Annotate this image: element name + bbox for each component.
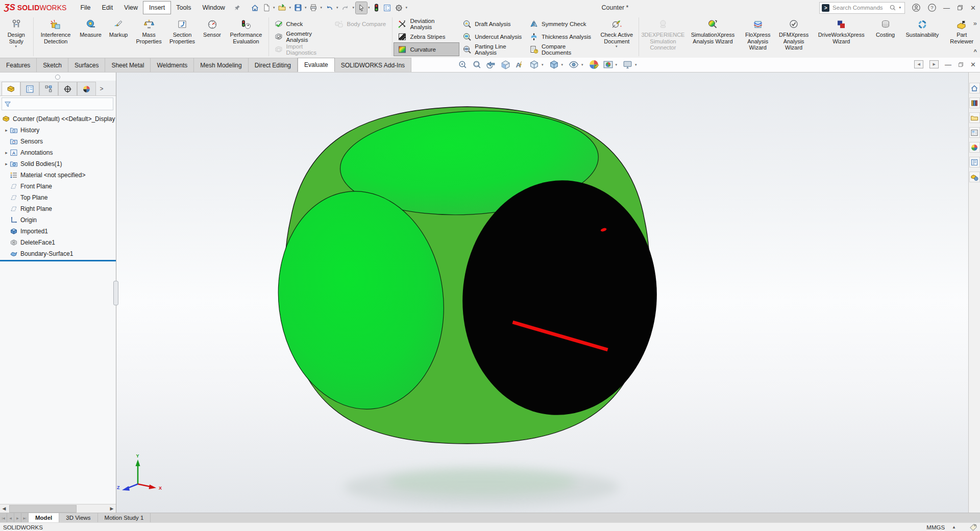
tree-root[interactable]: Counter (Default) <<Default>_Display (0, 113, 116, 125)
parting-line-analysis-button[interactable]: Parting Line Analysis (459, 43, 526, 56)
tree-item-top-plane[interactable]: Top Plane (0, 192, 116, 203)
zoom-area-icon[interactable] (472, 59, 482, 70)
section-view-icon[interactable] (500, 59, 511, 70)
simulationxpress-wizard-button[interactable]: SimulationXpress Analysis Wizard (686, 16, 740, 58)
panel-horizontal-scrollbar[interactable]: ◀ ▶ (0, 504, 116, 513)
document-restore-button[interactable] (958, 61, 964, 68)
tree-item-deleteface1[interactable]: DeleteFace1 (0, 237, 116, 248)
symmetry-check-button[interactable]: Symmetry Check (526, 17, 597, 30)
first-tab-button[interactable]: |◀ (0, 513, 7, 522)
tab-solidworks-add-ins[interactable]: SOLIDWORKS Add-Ins (335, 58, 411, 72)
tree-filter[interactable] (2, 98, 113, 110)
tab-motion-study-1[interactable]: Motion Study 1 (98, 513, 151, 522)
tree-item-origin[interactable]: Origin (0, 214, 116, 226)
dfmxpress-wizard-button[interactable]: DFMXpress Analysis Wizard (776, 16, 811, 58)
tag-icon[interactable] (969, 523, 977, 531)
tab-direct-editing[interactable]: Direct Editing (249, 58, 298, 72)
ribbon-overflow-button[interactable]: » (973, 19, 977, 27)
tree-item-boundary-surface1[interactable]: Boundary-Surface1 (0, 248, 116, 259)
tab-surfaces[interactable]: Surfaces (68, 58, 105, 72)
tab-model[interactable]: Model (29, 513, 59, 522)
options-gear-button[interactable] (393, 2, 405, 14)
help-icon[interactable]: ? (927, 3, 937, 12)
scrollbar-thumb[interactable] (9, 505, 77, 513)
undo-button[interactable] (324, 2, 335, 13)
next-document-button[interactable]: ▶ (929, 60, 939, 68)
mass-properties-button[interactable]: Mass Properties (133, 16, 165, 58)
menu-tools[interactable]: Tools (170, 2, 197, 14)
panel-tabs-expand-button[interactable]: > (96, 82, 107, 95)
tree-item-sensors[interactable]: Sensors (0, 136, 116, 147)
solidworks-resources-icon[interactable] (969, 172, 980, 182)
check-active-document-button[interactable]: * Check Active Document ▾ (597, 16, 636, 58)
tree-item-right-plane[interactable]: Right Plane (0, 203, 116, 214)
tree-item-solid-bodies[interactable]: ▸ Solid Bodies(1) (0, 158, 116, 170)
hide-show-items-icon[interactable]: ▾ (568, 59, 585, 70)
panel-resize-grip[interactable] (113, 281, 118, 305)
sensor-button[interactable]: Sensor (200, 16, 225, 58)
tree-item-material[interactable]: Material <not specified> (0, 170, 116, 181)
menu-insert[interactable]: Insert (143, 2, 170, 14)
expand-arrow-icon[interactable]: ▸ (3, 128, 10, 133)
zebra-stripes-button[interactable]: Zebra Stripes (394, 30, 459, 43)
apply-scene-icon[interactable]: ▾ (603, 59, 619, 70)
design-study-button[interactable]: Design Study ▾ (2, 16, 31, 58)
display-style-icon[interactable]: ▾ (549, 59, 565, 70)
tab-3d-views[interactable]: 3D Views (59, 513, 97, 522)
scroll-right-arrow[interactable]: ▶ (108, 506, 116, 511)
design-study-dropdown[interactable]: ▾ (15, 44, 17, 49)
expand-arrow-icon[interactable]: ▸ (3, 150, 10, 155)
new-document-dropdown[interactable]: ▾ (273, 6, 275, 10)
tab-propertymanager[interactable] (20, 82, 39, 95)
rebuild-button[interactable] (372, 2, 381, 14)
tab-features[interactable]: Features (0, 58, 37, 72)
view-orientation-icon[interactable]: ▾ (529, 59, 545, 70)
tab-configurationmanager[interactable] (39, 82, 58, 95)
search-input[interactable] (831, 4, 887, 11)
driveworksxpress-wizard-button[interactable]: DriveWorksXpress Wizard (813, 16, 870, 58)
rollback-bar[interactable] (0, 260, 116, 261)
minimize-button[interactable]: — (943, 4, 950, 12)
tree-item-annotations[interactable]: ▸ A Annotations (0, 147, 116, 158)
costing-button[interactable]: Costing (871, 16, 900, 58)
last-tab-button[interactable]: ▶| (21, 513, 29, 522)
tab-featuremanager-tree[interactable] (2, 82, 20, 95)
tab-displaymanager[interactable] (77, 82, 96, 95)
close-button[interactable]: ✕ (970, 4, 976, 12)
hide-show-items-dropdown[interactable]: ▾ (581, 63, 583, 67)
undo-dropdown[interactable]: ▾ (336, 6, 338, 10)
measure-button[interactable]: Measure (77, 16, 105, 58)
view-palette-icon[interactable] (969, 127, 980, 138)
design-library-icon[interactable] (969, 98, 980, 108)
graphics-area[interactable]: Y X Z (116, 73, 968, 513)
curvature-button[interactable]: Curvature (394, 43, 459, 56)
search-dropdown[interactable]: ▾ (899, 6, 901, 10)
draft-analysis-button[interactable]: Draft Analysis (459, 17, 526, 30)
file-explorer-icon[interactable] (969, 112, 980, 123)
model-counter-dice[interactable]: Y X Z (116, 73, 968, 513)
thickness-analysis-button[interactable]: Thickness Analysis (526, 30, 597, 43)
open-button[interactable] (276, 2, 288, 13)
menu-edit[interactable]: Edit (96, 2, 119, 14)
document-close-button[interactable]: ✕ (970, 61, 976, 68)
redo-button[interactable] (339, 2, 351, 13)
view-settings-dropdown[interactable]: ▾ (635, 63, 637, 67)
apply-scene-dropdown[interactable]: ▾ (616, 63, 618, 67)
tree-item-history[interactable]: ▸ History (0, 125, 116, 136)
floxpress-wizard-button[interactable]: FloXpress Analysis Wizard (741, 16, 775, 58)
markup-button[interactable]: Markup (105, 16, 132, 58)
sustainability-button[interactable]: Sustainability (900, 16, 944, 58)
tab-evaluate[interactable]: Evaluate (298, 58, 335, 72)
redo-dropdown[interactable]: ▾ (352, 6, 354, 10)
check-button[interactable]: Check (271, 17, 331, 30)
search-commands-box[interactable]: > ▾ (819, 2, 905, 14)
account-icon[interactable] (912, 3, 921, 12)
scroll-left-arrow[interactable]: ◀ (0, 506, 8, 511)
panel-collapse-handle[interactable] (55, 75, 60, 80)
deviation-analysis-button[interactable]: Deviation Analysis (394, 17, 459, 30)
options-dropdown[interactable]: ▾ (406, 6, 408, 10)
save-button[interactable] (292, 2, 304, 13)
geometry-analysis-button[interactable]: Geometry Analysis (271, 30, 331, 43)
search-icon[interactable] (889, 4, 896, 11)
ribbon-collapse-button[interactable]: ^ (974, 49, 977, 55)
